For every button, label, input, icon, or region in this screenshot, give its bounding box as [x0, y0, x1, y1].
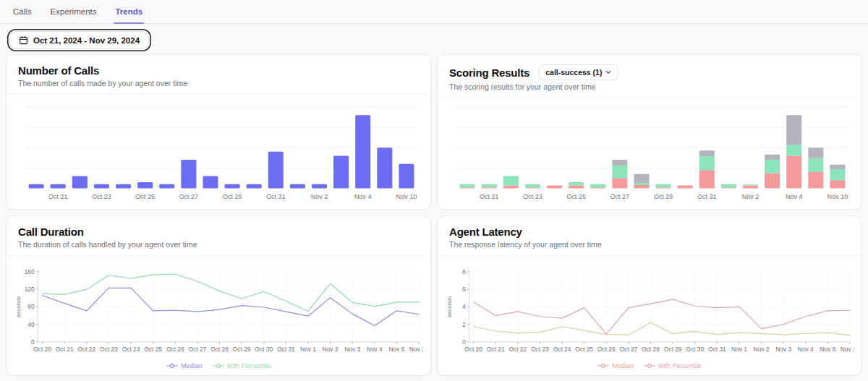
svg-text:Oct 30: Oct 30 [686, 346, 704, 353]
svg-text:Oct 25: Oct 25 [575, 346, 593, 353]
legend-line-marker-icon [166, 363, 178, 369]
svg-text:120: 120 [25, 286, 35, 294]
svg-text:Oct 24: Oct 24 [553, 346, 571, 353]
svg-text:Oct 29: Oct 29 [664, 346, 682, 353]
svg-text:Oct 23: Oct 23 [92, 193, 111, 200]
legend-label: 90th Percentile [658, 362, 702, 369]
panel-title: Call Duration [18, 226, 419, 238]
svg-text:4: 4 [462, 304, 466, 311]
svg-text:Nov 3: Nov 3 [344, 346, 360, 353]
panel-title: Number of Calls [18, 64, 419, 77]
call-duration-line-chart: 04080120160Oct 20Oct 21Oct 22Oct 23Oct 2… [14, 267, 423, 361]
svg-text:Oct 21: Oct 21 [56, 346, 74, 353]
svg-text:6: 6 [462, 286, 466, 294]
svg-text:Oct 25: Oct 25 [144, 346, 162, 353]
svg-text:Nov 10: Nov 10 [409, 346, 423, 353]
svg-text:seconds: seconds [446, 296, 453, 317]
svg-text:Oct 27: Oct 27 [179, 193, 199, 200]
svg-text:Nov 10: Nov 10 [396, 193, 417, 200]
svg-text:Oct 28: Oct 28 [642, 346, 660, 353]
panel-subtitle: The scoring results for your agent over … [449, 82, 850, 91]
svg-text:Nov 4: Nov 4 [798, 346, 814, 353]
svg-text:Oct 29: Oct 29 [654, 193, 673, 200]
legend-line-marker-icon [597, 363, 609, 369]
tab-experiments[interactable]: Experiments [51, 0, 97, 23]
chevron-down-icon [605, 69, 611, 75]
agent-latency-legend: Median90th Percentile [445, 361, 854, 372]
call-duration-legend: Median90th Percentile [14, 361, 423, 372]
svg-text:Nov 6: Nov 6 [388, 346, 404, 353]
svg-text:Oct 23: Oct 23 [523, 193, 542, 200]
svg-text:Oct 31: Oct 31 [277, 346, 295, 353]
calendar-icon [19, 35, 28, 45]
svg-text:Nov 6: Nov 6 [820, 346, 835, 353]
svg-text:Oct 23: Oct 23 [100, 346, 118, 353]
svg-text:40: 40 [27, 321, 35, 328]
legend-item-90th-percentile: 90th Percentile [644, 362, 702, 369]
legend-label: 90th Percentile [227, 362, 271, 369]
panel-agent-latency: Agent Latency The response latency of yo… [437, 215, 862, 376]
scorer-filter-label: call-success (1) [545, 68, 602, 77]
legend-label: Median [181, 362, 203, 369]
svg-text:Nov 4: Nov 4 [786, 193, 803, 200]
svg-text:Oct 28: Oct 28 [210, 346, 229, 353]
svg-text:Oct 21: Oct 21 [480, 193, 499, 200]
tab-calls[interactable]: Calls [13, 0, 32, 23]
legend-item-90th-percentile: 90th Percentile [213, 362, 271, 369]
svg-text:160: 160 [25, 268, 35, 275]
svg-text:Nov 2: Nov 2 [742, 193, 760, 200]
svg-text:0: 0 [462, 338, 466, 346]
legend-item-median: Median [166, 362, 203, 369]
svg-text:Oct 26: Oct 26 [597, 346, 616, 353]
panel-subtitle: The number of calls made by your agent o… [18, 79, 419, 87]
panel-subtitle: The duration of calls handled by your ag… [18, 240, 419, 249]
tab-bar: Calls Experiments Trends [0, 0, 868, 24]
svg-text:Oct 21: Oct 21 [48, 193, 68, 200]
panel-scoring-results: Scoring Results call-success (1) The sco… [437, 54, 862, 210]
svg-text:Oct 23: Oct 23 [531, 346, 549, 353]
svg-text:Oct 30: Oct 30 [255, 346, 273, 353]
tab-trends[interactable]: Trends [115, 0, 142, 23]
svg-text:Oct 27: Oct 27 [620, 346, 638, 353]
svg-text:Nov 1: Nov 1 [300, 346, 316, 353]
legend-item-median: Median [597, 362, 634, 369]
svg-text:Oct 26: Oct 26 [166, 346, 184, 353]
legend-label: Median [612, 362, 634, 369]
svg-text:Oct 29: Oct 29 [233, 346, 251, 353]
svg-text:Oct 21: Oct 21 [487, 346, 505, 353]
number-of-calls-bar-chart: Oct 21Oct 23Oct 25Oct 27Oct 29Oct 31Nov … [14, 103, 423, 206]
scorer-filter-dropdown[interactable]: call-success (1) [538, 64, 618, 80]
svg-text:Oct 31: Oct 31 [266, 193, 286, 200]
svg-text:Nov 2: Nov 2 [311, 193, 328, 200]
svg-text:8: 8 [462, 268, 466, 275]
legend-line-marker-icon [213, 363, 224, 369]
svg-text:Nov 4: Nov 4 [354, 193, 372, 200]
panel-number-of-calls: Number of Calls The number of calls made… [6, 54, 431, 210]
svg-text:Nov 10: Nov 10 [827, 193, 848, 200]
svg-text:seconds: seconds [15, 296, 22, 317]
date-range-button[interactable]: Oct 21, 2024 - Nov 29, 2024 [9, 31, 149, 49]
svg-text:Nov 3: Nov 3 [775, 346, 791, 353]
scoring-results-stacked-bar-chart: Oct 21Oct 23Oct 25Oct 27Oct 29Oct 31Nov … [445, 103, 854, 206]
svg-text:Oct 25: Oct 25 [566, 193, 586, 200]
svg-text:Oct 22: Oct 22 [77, 346, 95, 353]
charts-grid: Number of Calls The number of calls made… [0, 54, 868, 381]
legend-line-marker-icon [644, 363, 655, 369]
svg-text:Oct 29: Oct 29 [223, 193, 242, 200]
svg-text:Nov 10: Nov 10 [841, 346, 854, 353]
svg-text:Nov 1: Nov 1 [731, 346, 747, 353]
panel-call-duration: Call Duration The duration of calls hand… [6, 215, 431, 376]
svg-text:2: 2 [462, 321, 466, 328]
svg-text:Nov 4: Nov 4 [367, 346, 383, 353]
panel-subtitle: The response latency of your agent over … [449, 240, 850, 249]
svg-text:Oct 20: Oct 20 [464, 346, 482, 353]
svg-text:Oct 31: Oct 31 [708, 346, 726, 353]
svg-text:80: 80 [27, 304, 35, 311]
agent-latency-line-chart: 02468Oct 20Oct 21Oct 22Oct 23Oct 24Oct 2… [445, 267, 854, 361]
svg-text:Oct 22: Oct 22 [509, 346, 527, 353]
toolbar: Oct 21, 2024 - Nov 29, 2024 [0, 24, 868, 54]
svg-text:Oct 31: Oct 31 [697, 193, 717, 200]
panel-title: Scoring Results [449, 67, 529, 79]
svg-text:Oct 27: Oct 27 [189, 346, 207, 353]
svg-text:Oct 27: Oct 27 [610, 193, 630, 200]
